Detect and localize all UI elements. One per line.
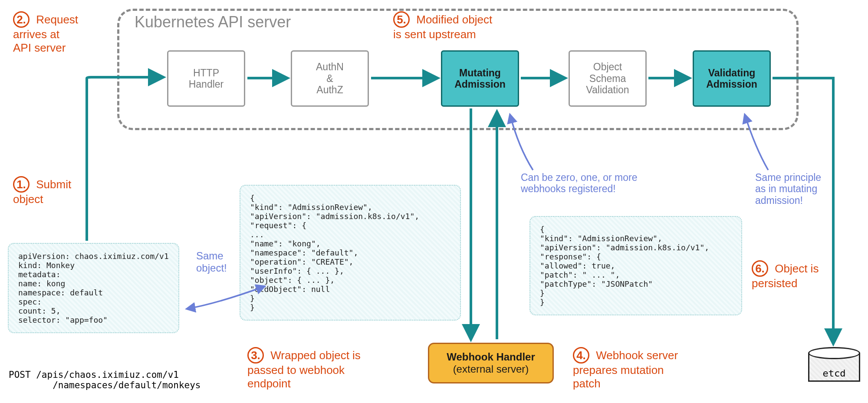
webhooks-note: Can be zero, one, or more webhooks regis… [521,172,673,195]
step-4: 4. Webhook server prepares mutation patc… [573,347,755,390]
step-4-number: 4. [573,347,589,364]
etcd-store: etcd [808,347,860,386]
step-1: 1. Submit object [13,176,71,206]
admission-review-response: { "kind": "AdmissionReview", "apiVersion… [529,216,742,315]
http-handler-box: HTTP Handler [167,50,245,107]
step-3: 3. Wrapped object is passed to webhook e… [247,347,430,390]
step-6-number: 6. [752,260,768,277]
step-2-number: 2. [13,11,30,28]
api-server-title: Kubernetes API server [135,13,291,31]
step-5: 5. Modified object is sent upstream [393,11,575,41]
step-6: 6. Object is persisted [752,260,868,290]
step-5-number: 5. [393,11,410,28]
step-2: 2. Request arrives at API server [13,11,126,55]
same-object-note: Same object! [196,250,227,274]
etcd-label: etcd [808,368,860,379]
yaml-manifest: apiVersion: chaos.iximiuz.com/v1 kind: M… [8,243,179,333]
http-post: POST /apis/chaos.iximiuz.com/v1 /namespa… [9,370,201,390]
mutating-admission-box: Mutating Admission [441,50,519,107]
step-1-number: 1. [13,176,30,193]
webhook-handler-sub: (external server) [453,363,529,375]
validating-admission-box: Validating Admission [693,50,771,107]
webhook-handler-title: Webhook Handler [447,351,535,363]
step-3-number: 3. [247,347,264,364]
validating-note: Same principle as in mutating admission! [755,172,864,206]
schema-validation-box: Object Schema Validation [569,50,647,107]
admission-review-request: { "kind": "AdmissionReview", "apiVersion… [240,185,461,321]
etcd-lid [808,347,860,359]
step-3-text: Wrapped object is passed to webhook endp… [247,349,361,390]
authn-authz-box: AuthN & AuthZ [291,50,369,107]
webhook-handler-box: Webhook Handler (external server) [428,343,554,383]
